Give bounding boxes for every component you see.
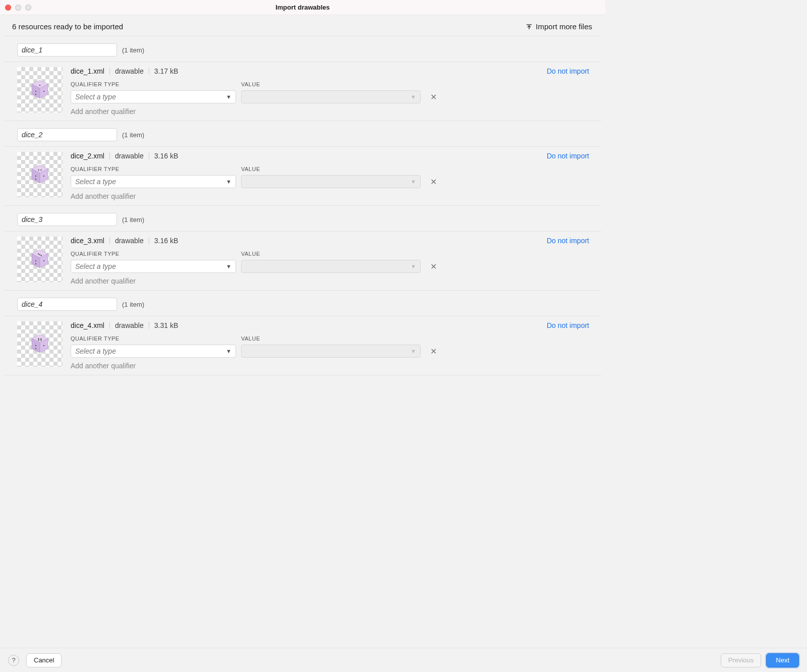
chevron-down-icon: ▼ (411, 263, 416, 269)
svg-point-12 (40, 170, 41, 171)
item-count-label: (1 item) (122, 46, 144, 54)
do-not-import-link[interactable]: Do not import (547, 152, 589, 160)
status-bar: 6 resources ready to be imported Import … (4, 15, 601, 36)
svg-point-33 (35, 348, 36, 349)
qualifier-type-placeholder: Select a type (75, 347, 116, 355)
chevron-down-icon: ▼ (411, 179, 416, 185)
value-label: VALUE (241, 335, 421, 342)
qualifier-value-select[interactable]: ▼ (241, 345, 421, 358)
resource-filesize: 3.17 kB (154, 67, 178, 75)
svg-point-23 (35, 263, 36, 264)
add-qualifier-link[interactable]: Add another qualifier (71, 277, 589, 285)
value-label: VALUE (241, 251, 421, 257)
qualifier-type-select[interactable]: Select a type ▼ (71, 345, 236, 358)
chevron-down-icon: ▼ (411, 348, 416, 354)
chevron-down-icon: ▼ (226, 94, 232, 100)
add-qualifier-link[interactable]: Add another qualifier (71, 192, 589, 200)
qualifier-value-select[interactable]: ▼ (241, 260, 421, 273)
svg-point-32 (35, 345, 36, 346)
resource-name-input[interactable] (17, 43, 117, 57)
svg-point-6 (35, 94, 36, 95)
svg-point-22 (35, 260, 36, 261)
do-not-import-link[interactable]: Do not import (547, 321, 589, 329)
qualifier-value-select[interactable]: ▼ (241, 90, 421, 103)
qualifier-type-label: QUALIFIER TYPE (71, 251, 236, 257)
remove-qualifier-button[interactable]: ✕ (426, 92, 441, 102)
resource-type: drawable (115, 152, 144, 160)
resource-type: drawable (115, 237, 144, 245)
resource-filesize: 3.16 kB (154, 237, 178, 245)
import-more-files-label: Import more files (536, 22, 592, 31)
svg-point-34 (43, 345, 44, 346)
window-title: Import drawables (0, 4, 605, 11)
resource-thumbnail (17, 67, 63, 113)
item-count-label: (1 item) (122, 216, 144, 223)
qualifier-type-placeholder: Select a type (75, 178, 116, 186)
value-label: VALUE (241, 81, 421, 87)
resource-group-header: (1 item) (4, 213, 601, 226)
svg-point-19 (38, 253, 39, 254)
do-not-import-link[interactable]: Do not import (547, 237, 589, 245)
svg-point-14 (35, 179, 36, 180)
do-not-import-link[interactable]: Do not import (547, 67, 589, 75)
svg-point-24 (43, 260, 44, 261)
resource-type: drawable (115, 321, 144, 329)
import-more-files-button[interactable]: Import more files (526, 22, 592, 31)
svg-point-20 (39, 254, 40, 255)
svg-point-5 (35, 91, 36, 92)
chevron-down-icon: ▼ (411, 94, 416, 100)
add-qualifier-link[interactable]: Add another qualifier (71, 362, 589, 370)
remove-qualifier-button[interactable]: ✕ (426, 262, 441, 271)
resource-filename: dice_2.xml (71, 152, 104, 160)
resource-row: dice_3.xml drawable 3.16 kB Do not impor… (4, 231, 601, 291)
svg-point-7 (43, 91, 44, 92)
svg-point-11 (38, 170, 39, 171)
resource-name-input[interactable] (17, 128, 117, 141)
remove-qualifier-button[interactable]: ✕ (426, 347, 441, 356)
qualifier-type-placeholder: Select a type (75, 262, 116, 270)
resource-row: dice_4.xml drawable 3.31 kB Do not impor… (4, 316, 601, 375)
resource-name-input[interactable] (17, 298, 117, 311)
svg-point-29 (40, 339, 41, 340)
resource-thumbnail (17, 152, 63, 197)
remove-qualifier-button[interactable]: ✕ (426, 177, 441, 187)
add-qualifier-link[interactable]: Add another qualifier (71, 107, 589, 116)
resource-filename: dice_4.xml (71, 321, 104, 329)
import-more-icon (526, 23, 533, 30)
resource-thumbnail (17, 321, 63, 367)
svg-point-13 (35, 176, 36, 177)
chevron-down-icon: ▼ (226, 179, 232, 185)
qualifier-type-select[interactable]: Select a type ▼ (71, 175, 236, 188)
qualifier-value-select[interactable]: ▼ (241, 175, 421, 188)
item-count-label: (1 item) (122, 301, 144, 308)
value-label: VALUE (241, 166, 421, 172)
resource-name-input[interactable] (17, 213, 117, 226)
resource-group-header: (1 item) (4, 298, 601, 311)
qualifier-type-label: QUALIFIER TYPE (71, 335, 236, 342)
chevron-down-icon: ▼ (226, 348, 232, 354)
resource-group-header: (1 item) (4, 128, 601, 141)
import-summary-text: 6 resources ready to be imported (12, 22, 123, 31)
resource-filename: dice_3.xml (71, 237, 104, 245)
qualifier-type-select[interactable]: Select a type ▼ (71, 90, 236, 103)
svg-point-28 (38, 339, 39, 340)
resource-row: dice_2.xml drawable 3.16 kB Do not impor… (4, 146, 601, 206)
qualifier-type-select[interactable]: Select a type ▼ (71, 260, 236, 273)
qualifier-type-label: QUALIFIER TYPE (71, 166, 236, 172)
svg-point-4 (39, 85, 40, 86)
qualifier-type-placeholder: Select a type (75, 93, 116, 101)
resource-row: dice_1.xml drawable 3.17 kB Do not impor… (4, 62, 601, 121)
resource-filesize: 3.31 kB (154, 321, 178, 329)
resource-type: drawable (115, 67, 144, 75)
svg-point-15 (43, 176, 44, 177)
qualifier-type-label: QUALIFIER TYPE (71, 81, 236, 87)
resource-filename: dice_1.xml (71, 67, 104, 75)
svg-point-30 (38, 340, 39, 341)
item-count-label: (1 item) (122, 131, 144, 139)
svg-point-21 (41, 255, 42, 256)
resource-filesize: 3.16 kB (154, 152, 178, 160)
titlebar: Import drawables (0, 0, 605, 15)
resource-thumbnail (17, 237, 63, 282)
svg-point-31 (40, 340, 41, 341)
resource-group-header: (1 item) (4, 43, 601, 57)
